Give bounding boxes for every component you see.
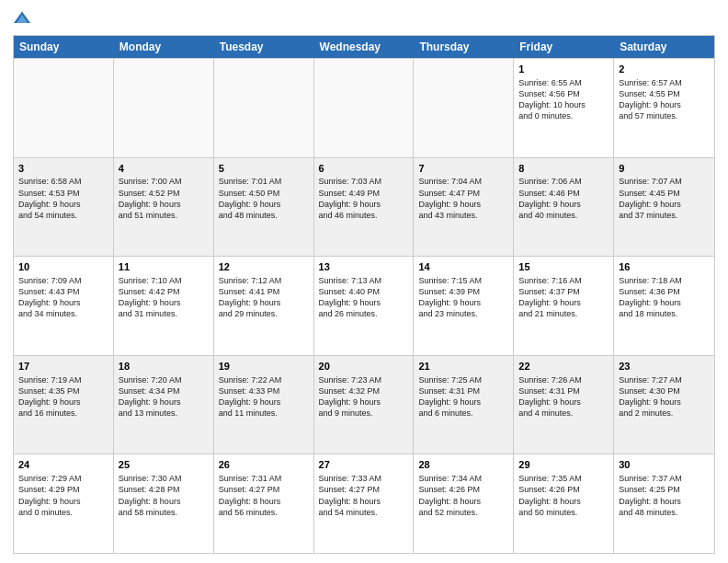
calendar-row: 10Sunrise: 7:09 AM Sunset: 4:43 PM Dayli… [14, 256, 714, 355]
day-number: 8 [518, 162, 609, 176]
day-number: 19 [219, 360, 309, 373]
day-number: 7 [418, 162, 508, 176]
day-number: 15 [518, 260, 609, 274]
table-row: 2Sunrise: 6:57 AM Sunset: 4:55 PM Daylig… [614, 59, 714, 157]
day-number: 23 [619, 360, 710, 373]
day-content: Sunrise: 7:20 AM Sunset: 4:34 PM Dayligh… [119, 374, 209, 419]
table-row: 4Sunrise: 7:00 AM Sunset: 4:52 PM Daylig… [114, 158, 214, 257]
day-content: Sunrise: 7:29 AM Sunset: 4:29 PM Dayligh… [18, 473, 108, 518]
table-row: 28Sunrise: 7:34 AM Sunset: 4:26 PM Dayli… [414, 454, 514, 553]
day-number: 11 [119, 260, 209, 274]
calendar-row: 3Sunrise: 6:58 AM Sunset: 4:53 PM Daylig… [14, 157, 714, 257]
day-number: 1 [518, 63, 609, 76]
day-content: Sunrise: 7:33 AM Sunset: 4:27 PM Dayligh… [319, 473, 409, 518]
header-wednesday: Wednesday [314, 36, 415, 58]
day-number: 24 [18, 458, 108, 472]
day-content: Sunrise: 7:04 AM Sunset: 4:47 PM Dayligh… [418, 176, 508, 221]
calendar-header: Sunday Monday Tuesday Wednesday Thursday… [14, 36, 714, 58]
day-number: 18 [119, 360, 209, 373]
day-content: Sunrise: 7:15 AM Sunset: 4:39 PM Dayligh… [418, 275, 508, 320]
day-content: Sunrise: 7:27 AM Sunset: 4:30 PM Dayligh… [619, 374, 710, 419]
day-number: 3 [18, 162, 108, 176]
table-row: 16Sunrise: 7:18 AM Sunset: 4:36 PM Dayli… [614, 257, 714, 355]
calendar-row: 17Sunrise: 7:19 AM Sunset: 4:35 PM Dayli… [14, 355, 714, 454]
calendar-row: 1Sunrise: 6:55 AM Sunset: 4:56 PM Daylig… [14, 58, 714, 157]
table-row: 1Sunrise: 6:55 AM Sunset: 4:56 PM Daylig… [514, 59, 614, 157]
day-content: Sunrise: 7:12 AM Sunset: 4:41 PM Dayligh… [219, 275, 309, 320]
table-row: 18Sunrise: 7:20 AM Sunset: 4:34 PM Dayli… [114, 356, 214, 454]
day-number: 29 [518, 458, 609, 472]
table-row: 3Sunrise: 6:58 AM Sunset: 4:53 PM Daylig… [14, 158, 114, 257]
day-number: 2 [619, 63, 710, 76]
logo-icon [13, 9, 31, 28]
day-number: 6 [319, 162, 409, 176]
logo-text [13, 9, 35, 28]
day-number: 25 [119, 458, 209, 472]
table-row: 17Sunrise: 7:19 AM Sunset: 4:35 PM Dayli… [14, 356, 114, 454]
day-number: 10 [18, 260, 108, 274]
header-friday: Friday [514, 36, 614, 58]
header-thursday: Thursday [414, 36, 514, 58]
table-row [14, 59, 114, 157]
header-saturday: Saturday [614, 36, 714, 58]
day-content: Sunrise: 7:34 AM Sunset: 4:26 PM Dayligh… [418, 473, 508, 518]
day-content: Sunrise: 7:35 AM Sunset: 4:26 PM Dayligh… [518, 473, 609, 518]
table-row: 11Sunrise: 7:10 AM Sunset: 4:42 PM Dayli… [114, 257, 214, 355]
table-row: 30Sunrise: 7:37 AM Sunset: 4:25 PM Dayli… [614, 454, 714, 553]
table-row: 22Sunrise: 7:26 AM Sunset: 4:31 PM Dayli… [514, 356, 614, 454]
day-number: 22 [518, 360, 609, 373]
table-row [114, 59, 214, 157]
day-number: 9 [619, 162, 710, 176]
table-row [214, 59, 314, 157]
day-content: Sunrise: 7:01 AM Sunset: 4:50 PM Dayligh… [219, 176, 309, 221]
table-row: 14Sunrise: 7:15 AM Sunset: 4:39 PM Dayli… [414, 257, 514, 355]
day-content: Sunrise: 7:18 AM Sunset: 4:36 PM Dayligh… [619, 275, 710, 320]
day-number: 4 [119, 162, 209, 176]
day-content: Sunrise: 7:31 AM Sunset: 4:27 PM Dayligh… [219, 473, 309, 518]
page: Sunday Monday Tuesday Wednesday Thursday… [0, 0, 728, 563]
day-content: Sunrise: 7:26 AM Sunset: 4:31 PM Dayligh… [518, 374, 609, 419]
day-content: Sunrise: 7:13 AM Sunset: 4:40 PM Dayligh… [319, 275, 409, 320]
day-content: Sunrise: 7:09 AM Sunset: 4:43 PM Dayligh… [18, 275, 108, 320]
logo-area [13, 9, 35, 28]
day-content: Sunrise: 7:16 AM Sunset: 4:37 PM Dayligh… [518, 275, 609, 320]
calendar-row: 24Sunrise: 7:29 AM Sunset: 4:29 PM Dayli… [14, 454, 714, 553]
table-row: 24Sunrise: 7:29 AM Sunset: 4:29 PM Dayli… [14, 454, 114, 553]
day-number: 14 [418, 260, 508, 274]
day-content: Sunrise: 7:06 AM Sunset: 4:46 PM Dayligh… [518, 176, 609, 221]
table-row: 13Sunrise: 7:13 AM Sunset: 4:40 PM Dayli… [314, 257, 415, 355]
day-content: Sunrise: 6:58 AM Sunset: 4:53 PM Dayligh… [18, 176, 108, 221]
day-content: Sunrise: 6:57 AM Sunset: 4:55 PM Dayligh… [619, 77, 710, 122]
day-content: Sunrise: 7:23 AM Sunset: 4:32 PM Dayligh… [319, 374, 409, 419]
table-row [414, 59, 514, 157]
day-number: 30 [619, 458, 710, 472]
table-row: 9Sunrise: 7:07 AM Sunset: 4:45 PM Daylig… [614, 158, 714, 257]
table-row: 7Sunrise: 7:04 AM Sunset: 4:47 PM Daylig… [414, 158, 514, 257]
table-row: 5Sunrise: 7:01 AM Sunset: 4:50 PM Daylig… [214, 158, 314, 257]
day-number: 27 [319, 458, 409, 472]
day-content: Sunrise: 7:25 AM Sunset: 4:31 PM Dayligh… [418, 374, 508, 419]
day-content: Sunrise: 6:55 AM Sunset: 4:56 PM Dayligh… [518, 77, 609, 122]
table-row [314, 59, 415, 157]
calendar: Sunday Monday Tuesday Wednesday Thursday… [13, 35, 715, 554]
table-row: 12Sunrise: 7:12 AM Sunset: 4:41 PM Dayli… [214, 257, 314, 355]
table-row: 27Sunrise: 7:33 AM Sunset: 4:27 PM Dayli… [314, 454, 415, 553]
table-row: 20Sunrise: 7:23 AM Sunset: 4:32 PM Dayli… [314, 356, 415, 454]
day-content: Sunrise: 7:03 AM Sunset: 4:49 PM Dayligh… [319, 176, 409, 221]
table-row: 10Sunrise: 7:09 AM Sunset: 4:43 PM Dayli… [14, 257, 114, 355]
day-number: 16 [619, 260, 710, 274]
table-row: 8Sunrise: 7:06 AM Sunset: 4:46 PM Daylig… [514, 158, 614, 257]
table-row: 6Sunrise: 7:03 AM Sunset: 4:49 PM Daylig… [314, 158, 415, 257]
table-row: 29Sunrise: 7:35 AM Sunset: 4:26 PM Dayli… [514, 454, 614, 553]
header-tuesday: Tuesday [214, 36, 314, 58]
header [13, 9, 715, 28]
day-content: Sunrise: 7:07 AM Sunset: 4:45 PM Dayligh… [619, 176, 710, 221]
day-number: 17 [18, 360, 108, 373]
day-number: 12 [219, 260, 309, 274]
table-row: 15Sunrise: 7:16 AM Sunset: 4:37 PM Dayli… [514, 257, 614, 355]
header-monday: Monday [114, 36, 214, 58]
table-row: 25Sunrise: 7:30 AM Sunset: 4:28 PM Dayli… [114, 454, 214, 553]
day-number: 5 [219, 162, 309, 176]
table-row: 26Sunrise: 7:31 AM Sunset: 4:27 PM Dayli… [214, 454, 314, 553]
table-row: 23Sunrise: 7:27 AM Sunset: 4:30 PM Dayli… [614, 356, 714, 454]
